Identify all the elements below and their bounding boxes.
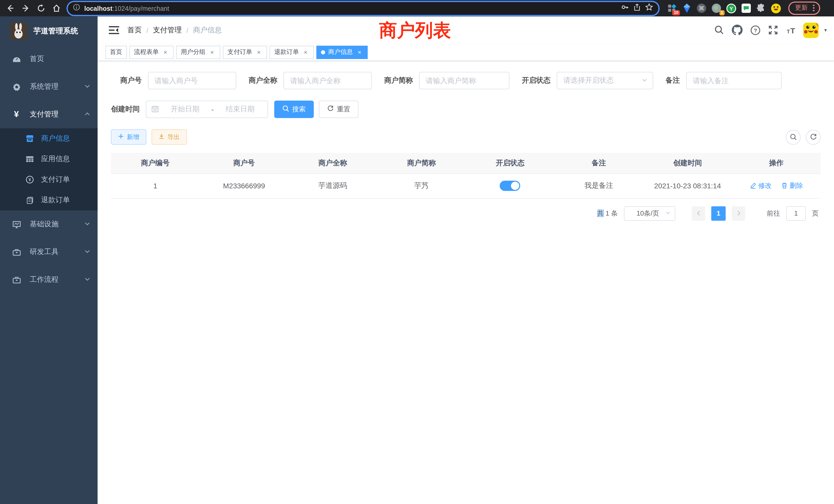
back-icon[interactable]	[4, 2, 17, 14]
share-icon[interactable]	[633, 3, 641, 13]
tab-refund-order[interactable]: 退款订单 ×	[270, 45, 314, 59]
password-key-icon[interactable]	[621, 3, 629, 13]
sidebar-item-infrastructure[interactable]: 基础设施	[0, 210, 97, 238]
sidebar-item-workflow[interactable]: 工作流程	[0, 266, 97, 294]
shop-icon	[25, 135, 35, 143]
close-icon[interactable]: ×	[302, 48, 309, 56]
app-logo-row[interactable]: 芋道管理系统	[0, 17, 97, 45]
avatar-caret-icon[interactable]: ▾	[824, 27, 827, 33]
extension-circle-icon[interactable]: 1	[711, 3, 722, 13]
url-host: localhost	[84, 5, 112, 12]
status-toggle-on[interactable]	[500, 181, 521, 191]
export-button[interactable]: 导出	[152, 129, 187, 145]
extension-grid-icon[interactable]: 10	[666, 3, 677, 13]
close-icon[interactable]: ×	[356, 48, 363, 56]
page-size-select[interactable]: 10条/页	[624, 206, 675, 221]
breadcrumb-separator: /	[146, 26, 148, 34]
next-page-button[interactable]	[732, 206, 745, 221]
page-number-1[interactable]: 1	[711, 206, 726, 221]
full-name-input[interactable]	[284, 72, 372, 89]
end-date-placeholder[interactable]: 结束日期	[218, 105, 262, 114]
breadcrumb-current: 商户信息	[193, 25, 222, 35]
edit-link[interactable]: 修改	[749, 181, 772, 190]
forward-icon[interactable]	[20, 2, 32, 14]
close-icon[interactable]: ×	[162, 48, 169, 56]
svg-text:?: ?	[754, 27, 757, 33]
search-label: 搜索	[292, 105, 306, 114]
goto-page-input[interactable]	[786, 206, 806, 221]
sidebar-fold-icon[interactable]	[105, 21, 123, 39]
tab-label: 流程表单	[134, 48, 159, 56]
page-size-value: 10条/页	[631, 209, 665, 218]
home-icon[interactable]	[50, 2, 63, 14]
reset-button[interactable]: 重置	[319, 100, 358, 118]
sidebar-item-label: 工作流程	[30, 275, 84, 284]
sidebar-item-dev-tools[interactable]: 研发工具	[0, 238, 97, 266]
chevron-down-icon	[665, 209, 671, 217]
tab-merchant-info[interactable]: 商户信息 ×	[316, 45, 368, 59]
breadcrumb-home[interactable]: 首页	[127, 25, 142, 35]
tab-home[interactable]: 首页	[105, 45, 127, 59]
user-avatar[interactable]	[803, 22, 818, 38]
font-size-icon[interactable]: TT	[785, 24, 797, 36]
app-title: 芋道管理系统	[34, 26, 78, 36]
tab-user-group[interactable]: 用户分组 ×	[176, 45, 220, 59]
breadcrumb-section[interactable]: 支付管理	[153, 25, 182, 35]
sidebar-item-pay-order[interactable]: ¥ 支付订单	[0, 169, 97, 190]
extension-emoji-icon[interactable]	[771, 3, 781, 13]
coin-yen-icon: ¥	[25, 176, 35, 184]
delete-label: 删除	[790, 181, 803, 190]
sidebar-item-label: 系统管理	[30, 82, 84, 91]
short-name-input[interactable]	[419, 72, 509, 89]
sidebar-item-payment[interactable]: ¥ 支付管理	[0, 100, 97, 128]
sidebar-item-home[interactable]: 首页	[0, 45, 97, 73]
delete-link[interactable]: 删除	[781, 181, 803, 190]
site-info-icon[interactable]	[73, 4, 80, 13]
address-bar[interactable]: localhost:1024/pay/merchant	[68, 2, 658, 15]
sidebar-item-merchant-info[interactable]: 商户信息	[0, 128, 97, 149]
status-select[interactable]: 请选择开启状态	[557, 72, 653, 89]
refresh-table-button[interactable]	[806, 130, 821, 144]
browser-update-button[interactable]: 更新	[788, 2, 820, 15]
add-button[interactable]: 新增	[111, 129, 146, 145]
extension-chat-icon[interactable]	[741, 3, 751, 13]
close-icon[interactable]: ×	[255, 48, 262, 56]
pagination-total: 共 1 条	[597, 209, 618, 218]
browser-menu-icon[interactable]	[813, 5, 814, 11]
merchant-no-input[interactable]	[148, 72, 236, 89]
chevron-up-icon	[84, 110, 90, 118]
start-date-placeholder[interactable]: 开始日期	[163, 105, 207, 114]
remark-input[interactable]	[686, 72, 782, 89]
extension-command-icon[interactable]: ⌘	[696, 3, 707, 13]
active-dot	[321, 50, 325, 54]
browser-toolbar: localhost:1024/pay/merchant 10 ⌘	[0, 0, 834, 17]
pagination-total-highlight: 共	[597, 209, 604, 217]
reload-icon[interactable]	[35, 2, 47, 14]
sidebar-item-label: 支付订单	[41, 175, 70, 184]
range-separator: -	[211, 105, 214, 113]
date-range-picker[interactable]: 开始日期 - 结束日期	[146, 100, 268, 118]
sidebar-item-refund-order[interactable]: 退款订单	[0, 190, 97, 210]
help-icon[interactable]: ?	[749, 24, 762, 36]
screen: localhost:1024/pay/merchant 10 ⌘	[0, 0, 834, 504]
sidebar-item-system[interactable]: 系统管理	[0, 73, 97, 100]
search-button[interactable]: 搜索	[274, 100, 314, 118]
tab-pay-order[interactable]: 支付订单 ×	[223, 45, 267, 59]
tab-process-form[interactable]: 流程表单 ×	[129, 45, 174, 59]
show-search-toggle-button[interactable]	[786, 130, 800, 144]
search-icon[interactable]	[713, 24, 726, 36]
app-logo	[10, 22, 27, 39]
svg-text:¥: ¥	[28, 177, 31, 182]
table-grid-icon	[25, 155, 35, 163]
update-label: 更新	[795, 4, 808, 12]
github-icon[interactable]	[731, 24, 744, 36]
extension-y-icon[interactable]: Y	[726, 3, 737, 13]
fullscreen-icon[interactable]	[767, 24, 780, 36]
close-icon[interactable]: ×	[208, 48, 216, 56]
bookmark-star-icon[interactable]	[645, 3, 653, 13]
extension-gem-icon[interactable]	[681, 3, 692, 13]
sidebar-item-app-info[interactable]: 应用信息	[0, 149, 97, 169]
extension-puzzle-icon[interactable]	[756, 3, 766, 13]
tab-label: 支付订单	[227, 48, 252, 56]
prev-page-button[interactable]	[692, 206, 705, 221]
